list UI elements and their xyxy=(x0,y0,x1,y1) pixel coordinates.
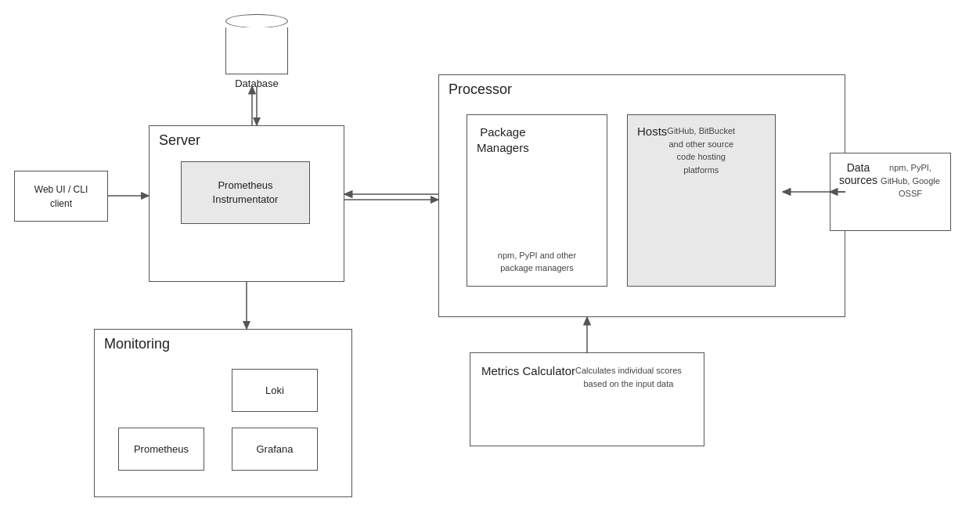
package-managers-desc: npm, PyPI and otherpackage managers xyxy=(477,250,597,274)
hosts-title: Hosts xyxy=(637,125,667,138)
cylinder-body xyxy=(225,27,288,74)
cylinder-top xyxy=(225,14,288,28)
hosts-desc: GitHub, BitBucketand other sourcecode ho… xyxy=(667,125,735,176)
webui-box: Web UI / CLIclient xyxy=(14,171,108,222)
loki-box: Loki xyxy=(232,369,318,412)
server-title: Server xyxy=(159,132,200,149)
data-sources-desc: npm, PyPI, GitHub, GoogleOSSF xyxy=(878,161,942,200)
webui-label: Web UI / CLIclient xyxy=(34,182,88,211)
prometheus-label: Prometheus xyxy=(134,443,189,455)
grafana-box: Grafana xyxy=(232,428,318,471)
metrics-calculator-title: Metrics Calculator xyxy=(481,364,575,377)
metrics-calculator-box: Metrics Calculator Calculates individual… xyxy=(470,352,704,446)
instrumentator-label: PrometheusInstrumentator xyxy=(213,179,279,207)
data-sources-title: Data sources xyxy=(838,161,878,186)
instrumentator-box: PrometheusInstrumentator xyxy=(181,161,310,224)
data-sources-box: Data sources npm, PyPI, GitHub, GoogleOS… xyxy=(830,153,951,231)
database-label: Database xyxy=(235,78,279,89)
server-box: Server PrometheusInstrumentator xyxy=(149,125,344,282)
processor-box: Processor PackageManagers npm, PyPI and … xyxy=(438,74,845,317)
package-managers-box: PackageManagers npm, PyPI and otherpacka… xyxy=(467,114,607,287)
loki-label: Loki xyxy=(265,384,284,396)
metrics-calculator-desc: Calculates individual scoresbased on the… xyxy=(575,364,682,390)
monitoring-box: Monitoring Loki Prometheus Grafana xyxy=(94,329,352,497)
prometheus-box: Prometheus xyxy=(118,428,204,471)
database-component: Database xyxy=(225,14,288,89)
processor-title: Processor xyxy=(449,81,512,98)
diagram: Database Server PrometheusInstrumentator… xyxy=(0,0,980,527)
hosts-box: Hosts GitHub, BitBucketand other sourcec… xyxy=(627,114,776,287)
package-managers-title: PackageManagers xyxy=(477,125,529,155)
grafana-label: Grafana xyxy=(257,443,294,455)
monitoring-title: Monitoring xyxy=(104,336,170,352)
